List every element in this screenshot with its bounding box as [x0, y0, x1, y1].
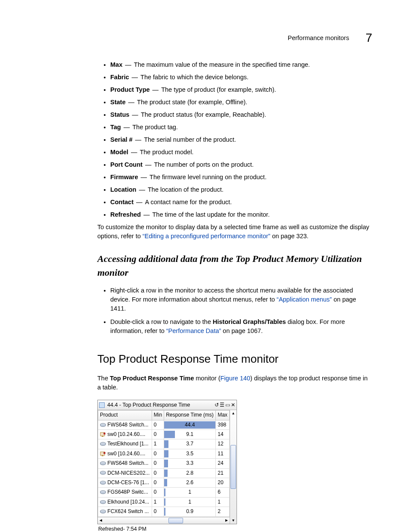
- cell-min: 0: [152, 488, 164, 497]
- scroll-right-icon[interactable]: ►: [224, 517, 230, 524]
- col-response-time[interactable]: Response Time (ms): [164, 411, 216, 420]
- table-row[interactable]: FGS648P Switc...016: [98, 488, 230, 497]
- cell-response-time: 1: [164, 488, 216, 497]
- monitor-color-chip: [99, 402, 105, 408]
- definition-term: Tag: [110, 124, 121, 131]
- monitor-title: 44.4 - Top Product Response Time: [107, 401, 212, 409]
- accessing-bullets: Right-click a row in the monitor to acce…: [97, 286, 372, 336]
- definition-item: Model — The product model.: [110, 148, 372, 157]
- definition-desc: The type of product (for example, switch…: [161, 86, 276, 93]
- monitor-titlebar: 44.4 - Top Product Response Time ↺ ☰ ▭ ✕: [98, 400, 237, 410]
- cell-product: FWS648 Switch...: [98, 459, 152, 468]
- scroll-down-icon[interactable]: ▾: [230, 517, 237, 524]
- horizontal-scrollbar[interactable]: ◄ ►: [98, 517, 230, 524]
- table-row[interactable]: FWS648 Switch...03.324: [98, 459, 230, 468]
- cell-min: 0: [152, 449, 164, 458]
- definition-desc: The firmware level running on the produc…: [149, 174, 267, 180]
- cell-response-time: 2.6: [164, 478, 216, 488]
- h-scroll-thumb[interactable]: [168, 518, 183, 523]
- link-application-menus[interactable]: “Application menus”: [277, 296, 332, 303]
- cell-product: sw0 [10.24.60....: [98, 449, 152, 458]
- table-row[interactable]: FCX624 Switch ...00.92: [98, 507, 230, 516]
- cell-product: FGS648P Switc...: [98, 488, 152, 497]
- definition-desc: The location of the product.: [148, 186, 224, 193]
- col-min[interactable]: Min: [152, 411, 164, 420]
- cell-min: 0: [152, 459, 164, 468]
- table-row[interactable]: Elkhound [10.24...111: [98, 497, 230, 507]
- close-icon[interactable]: ✕: [231, 402, 235, 408]
- cell-min: 0: [152, 420, 164, 429]
- col-product[interactable]: Product: [98, 411, 152, 420]
- definition-desc: The product model.: [140, 149, 193, 156]
- col-max[interactable]: Max: [216, 411, 230, 420]
- definition-term: Fabric: [110, 74, 129, 81]
- svg-rect-3: [104, 433, 105, 434]
- cell-product: Elkhound [10.24...: [98, 497, 152, 507]
- definition-term: Model: [110, 149, 128, 156]
- bullet-double-click: Double-click a row to navigate to the Hi…: [110, 317, 372, 336]
- section-intro: The Top Product Response Time monitor (F…: [97, 374, 372, 392]
- definition-item: Tag — The product tag.: [110, 123, 372, 132]
- link-figure-140[interactable]: Figure 140: [221, 375, 250, 382]
- cell-max: 11: [216, 449, 230, 458]
- definition-item: Serial # — The serial number of the prod…: [110, 135, 372, 144]
- cell-product: TestElkhound [1...: [98, 439, 152, 449]
- cell-min: 0: [152, 478, 164, 488]
- definition-item: Firmware — The firmware level running on…: [110, 173, 372, 182]
- definition-desc: The product status (for example, Reachab…: [141, 111, 266, 118]
- cell-product: DCM-CES-76 [1...: [98, 478, 152, 488]
- definition-desc: The number of ports on the product.: [154, 161, 253, 168]
- link-editing-monitor[interactable]: “Editing a preconfigured performance mon…: [143, 233, 271, 240]
- cell-max: 398: [216, 420, 230, 429]
- cell-response-time: 9.1: [164, 430, 216, 439]
- table-row[interactable]: TestElkhound [1...13.712: [98, 439, 230, 449]
- section-heading: Top Product Response Time monitor: [97, 351, 372, 367]
- refresh-icon[interactable]: ↺: [215, 402, 219, 408]
- definition-term: Max: [110, 61, 122, 68]
- cell-max: 14: [216, 430, 230, 439]
- cell-response-time: 2.8: [164, 468, 216, 478]
- definition-item: Refreshed — The time of the last update …: [110, 210, 372, 219]
- definition-term: Firmware: [110, 174, 138, 180]
- cell-response-time: 3.3: [164, 459, 216, 468]
- cell-max: 2: [216, 507, 230, 516]
- table-row[interactable]: FWS648 Switch...044.4398: [98, 420, 230, 429]
- scroll-left-icon[interactable]: ◄: [98, 517, 104, 524]
- definition-term: Contact: [110, 199, 134, 205]
- cell-max: 20: [216, 478, 230, 488]
- cell-product: FCX624 Switch ...: [98, 507, 152, 516]
- table-row[interactable]: DCM-CES-76 [1...02.620: [98, 478, 230, 488]
- cell-min: 0: [152, 468, 164, 478]
- svg-rect-6: [102, 455, 103, 456]
- definition-term: Refreshed: [110, 211, 141, 218]
- table-row[interactable]: sw0 [10.24.60....03.511: [98, 449, 230, 458]
- cell-response-time: 44.4: [164, 420, 216, 429]
- table-row[interactable]: sw0 [10.24.60....09.114: [98, 430, 230, 439]
- scroll-up-icon[interactable]: ▴: [230, 410, 237, 417]
- definition-term: Location: [110, 186, 136, 193]
- running-header-title: Performance monitors: [288, 34, 349, 43]
- definition-list: Max — The maximum value of the measure i…: [97, 60, 372, 219]
- definition-term: Serial #: [110, 136, 133, 143]
- table-header-row: Product Min Response Time (ms) Max: [98, 411, 230, 420]
- vertical-scrollbar[interactable]: ▴ ▾: [230, 410, 237, 523]
- maximize-icon[interactable]: ▭: [225, 402, 230, 408]
- cell-product: sw0 [10.24.60....: [98, 430, 152, 439]
- collapse-icon[interactable]: ☰: [220, 402, 224, 408]
- definition-desc: A contact name for the product.: [145, 199, 232, 205]
- link-performance-data[interactable]: “Performance Data”: [166, 327, 221, 334]
- svg-rect-7: [104, 452, 105, 454]
- definition-desc: The product tag.: [132, 124, 178, 131]
- definition-desc: The maximum value of the measure in the …: [134, 61, 310, 68]
- definition-term: State: [110, 99, 125, 106]
- running-header: Performance monitors 7: [288, 29, 372, 47]
- table-row[interactable]: DCM-NICES202...02.821: [98, 468, 230, 478]
- chapter-number: 7: [365, 29, 372, 47]
- definition-desc: The product state (for example, Offline)…: [137, 99, 247, 106]
- definition-term: Status: [110, 111, 129, 118]
- definition-item: Location — The location of the product.: [110, 185, 372, 194]
- monitor-table: Product Min Response Time (ms) Max FWS64…: [98, 410, 230, 516]
- v-scroll-thumb[interactable]: [230, 445, 236, 489]
- definition-item: Status — The product status (for example…: [110, 110, 372, 119]
- monitor-panel: 44.4 - Top Product Response Time ↺ ☰ ▭ ✕…: [97, 400, 237, 524]
